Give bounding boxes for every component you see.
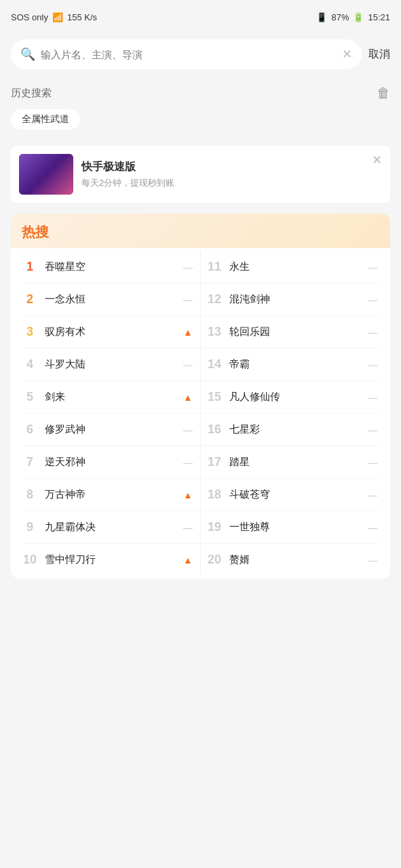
trend-flat-icon: — xyxy=(366,555,379,566)
status-bar: SOS only 📶 155 K/s 📱 87% 🔋 15:21 xyxy=(0,0,401,34)
status-left: SOS only 📶 155 K/s xyxy=(11,12,97,22)
hot-row: 7 逆天邪神 — 17 踏星 — xyxy=(11,446,390,478)
hot-item-left-9[interactable]: 9 九星霸体决 — xyxy=(16,511,200,543)
history-section: 历史搜索 🗑 全属性武道 xyxy=(0,77,401,135)
trend-flat-icon: — xyxy=(181,262,195,273)
hot-row: 4 斗罗大陆 — 14 帝霸 — xyxy=(11,349,390,380)
trash-icon[interactable]: 🗑 xyxy=(377,85,390,101)
ad-thumbnail xyxy=(19,154,73,195)
ad-info: 快手极速版 每天2分钟，提现秒到账 xyxy=(81,160,382,189)
battery-icon: 🔋 xyxy=(353,12,364,22)
hot-item-name: 混沌剑神 xyxy=(229,293,359,306)
hot-row: 6 修罗武神 — 16 七星彩 — xyxy=(11,414,390,446)
signal-icon: 📶 xyxy=(52,12,63,22)
status-right: 📱 87% 🔋 15:21 xyxy=(316,12,390,22)
rank-number: 3 xyxy=(22,325,38,339)
rank-number: 13 xyxy=(206,325,223,339)
hot-item-name: 剑来 xyxy=(45,391,174,403)
hot-item-name: 轮回乐园 xyxy=(229,326,359,338)
hot-search-section: 热搜 1 吞噬星空 — 11 永生 — 2 一念永恒 — xyxy=(11,214,390,578)
hot-item-right-18[interactable]: 18 斗破苍穹 — xyxy=(201,479,385,511)
trend-flat-icon: — xyxy=(366,425,379,435)
hot-search-title: 热搜 xyxy=(22,224,49,239)
rank-number: 1 xyxy=(22,260,38,274)
trend-flat-icon: — xyxy=(181,294,195,305)
rank-number: 15 xyxy=(206,390,223,404)
rank-number: 2 xyxy=(22,292,38,307)
trend-flat-icon: — xyxy=(181,522,195,533)
hot-item-left-2[interactable]: 2 一念永恒 — xyxy=(16,283,200,315)
network-speed: 155 K/s xyxy=(67,12,97,22)
hot-row: 8 万古神帝 ▲ 18 斗破苍穹 — xyxy=(11,479,390,511)
history-title: 历史搜索 xyxy=(11,87,52,100)
hot-item-left-7[interactable]: 7 逆天邪神 — xyxy=(16,446,200,478)
hot-item-name: 逆天邪神 xyxy=(45,456,174,469)
ad-title: 快手极速版 xyxy=(81,160,382,174)
rank-number: 5 xyxy=(22,390,38,404)
rank-number: 16 xyxy=(206,422,223,437)
hot-item-left-6[interactable]: 6 修罗武神 — xyxy=(16,414,200,446)
hot-item-name: 永生 xyxy=(229,260,359,273)
rank-number: 6 xyxy=(22,422,38,437)
hot-item-right-13[interactable]: 13 轮回乐园 — xyxy=(201,316,385,348)
hot-item-name: 踏星 xyxy=(229,456,359,469)
sim-icon: 📱 xyxy=(316,12,327,22)
hot-item-left-5[interactable]: 5 剑来 ▲ xyxy=(16,381,200,413)
hot-item-right-14[interactable]: 14 帝霸 — xyxy=(201,349,385,380)
hot-item-left-4[interactable]: 4 斗罗大陆 — xyxy=(16,349,200,380)
hot-item-name: 修罗武神 xyxy=(45,423,174,436)
trend-flat-icon: — xyxy=(366,490,379,500)
history-header: 历史搜索 🗑 xyxy=(11,85,390,101)
hot-item-left-10[interactable]: 10 雪中悍刀行 ▲ xyxy=(16,544,200,576)
hot-item-left-8[interactable]: 8 万古神帝 ▲ xyxy=(16,479,200,511)
trend-up-icon: ▲ xyxy=(181,392,195,403)
hot-item-name: 九星霸体决 xyxy=(45,521,174,534)
search-bar-row: 🔍 ✕ 取消 xyxy=(0,34,401,77)
trend-flat-icon: — xyxy=(366,522,379,533)
search-input[interactable] xyxy=(41,49,337,60)
hot-row: 1 吞噬星空 — 11 永生 — xyxy=(11,251,390,283)
trend-flat-icon: — xyxy=(366,294,379,305)
hot-row: 5 剑来 ▲ 15 凡人修仙传 — xyxy=(11,381,390,413)
hot-item-right-17[interactable]: 17 踏星 — xyxy=(201,446,385,478)
hot-item-name: 一念永恒 xyxy=(45,293,174,306)
hot-row: 9 九星霸体决 — 19 一世独尊 — xyxy=(11,511,390,543)
hot-item-right-20[interactable]: 20 赘婿 — xyxy=(201,544,385,576)
hot-item-right-12[interactable]: 12 混沌剑神 — xyxy=(201,283,385,315)
trend-up-icon: ▲ xyxy=(181,327,195,338)
rank-number: 14 xyxy=(206,357,223,372)
trend-flat-icon: — xyxy=(366,359,379,370)
hot-search-header: 热搜 xyxy=(11,214,390,248)
time-text: 15:21 xyxy=(368,12,390,22)
rank-number: 12 xyxy=(206,292,223,307)
trend-flat-icon: — xyxy=(181,425,195,435)
search-clear-button[interactable]: ✕ xyxy=(342,47,352,62)
hot-item-name: 斗罗大陆 xyxy=(45,358,174,371)
rank-number: 7 xyxy=(22,455,38,469)
trend-flat-icon: — xyxy=(366,262,379,273)
search-input-wrap[interactable]: 🔍 ✕ xyxy=(11,39,362,69)
ad-close-button[interactable]: ✕ xyxy=(372,153,382,167)
trend-flat-icon: — xyxy=(181,457,195,468)
hot-item-name: 凡人修仙传 xyxy=(229,391,359,403)
cancel-button[interactable]: 取消 xyxy=(368,47,390,62)
hot-row: 10 雪中悍刀行 ▲ 20 赘婿 — xyxy=(11,544,390,576)
hot-item-name: 雪中悍刀行 xyxy=(45,553,174,566)
hot-item-right-16[interactable]: 16 七星彩 — xyxy=(201,414,385,446)
battery-text: 87% xyxy=(331,12,349,22)
ad-banner[interactable]: 快手极速版 每天2分钟，提现秒到账 ✕ xyxy=(11,146,390,203)
history-tag-0[interactable]: 全属性武道 xyxy=(11,109,80,130)
trend-flat-icon: — xyxy=(366,327,379,338)
hot-search-list: 1 吞噬星空 — 11 永生 — 2 一念永恒 — 12 混沌剑神 — xyxy=(11,248,390,578)
hot-item-left-1[interactable]: 1 吞噬星空 — xyxy=(16,251,200,283)
hot-item-right-15[interactable]: 15 凡人修仙传 — xyxy=(201,381,385,413)
sos-text: SOS only xyxy=(11,12,48,22)
rank-number: 8 xyxy=(22,488,38,502)
rank-number: 11 xyxy=(206,260,223,274)
hot-item-name: 驭房有术 xyxy=(45,326,174,338)
hot-item-right-19[interactable]: 19 一世独尊 — xyxy=(201,511,385,543)
trend-up-icon: ▲ xyxy=(181,490,195,500)
hot-item-right-11[interactable]: 11 永生 — xyxy=(201,251,385,283)
hot-item-left-3[interactable]: 3 驭房有术 ▲ xyxy=(16,316,200,348)
trend-flat-icon: — xyxy=(366,457,379,468)
